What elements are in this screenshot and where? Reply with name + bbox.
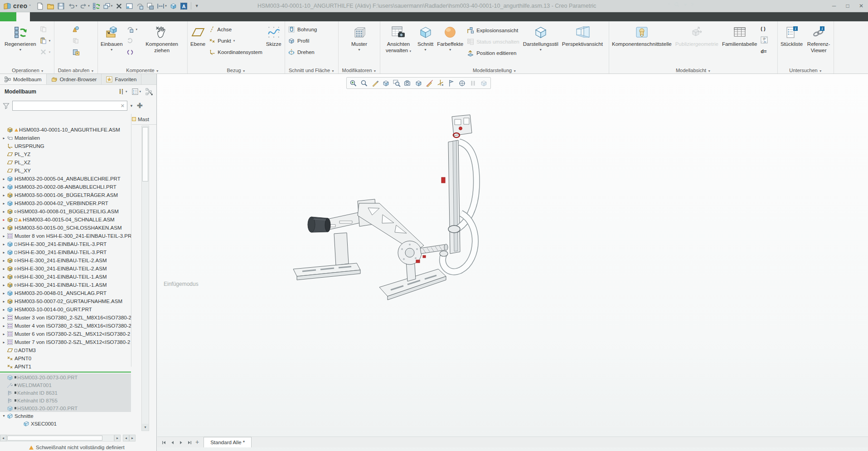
tree-row[interactable]: URSPRUNG [0, 142, 131, 150]
tree-row[interactable]: PL_XZ [0, 158, 131, 167]
window-switch-button[interactable]: ▾ [102, 1, 114, 11]
regenerate-button[interactable] [92, 1, 101, 11]
tree-row[interactable]: ▸ Muster 8 von HSH-E-300_241-EINBAU-TEIL… [0, 232, 131, 240]
group-label[interactable]: Schnitt und Fläche▼ [285, 68, 338, 73]
group-label[interactable]: Modelldarstellung▼ [380, 68, 609, 73]
datum-axis-button[interactable]: Achse [207, 24, 264, 35]
group-label[interactable]: Daten abrufen▼ [54, 68, 97, 73]
tree-row[interactable]: ▸ HSM003-40-0008-01_BÜGEL2TEILIG.ASM [0, 207, 131, 216]
display-style-button[interactable] [413, 78, 424, 88]
tree-row[interactable]: ▸ HSM003-50-0007-02_GURTAUFNAHME.ASM [0, 297, 131, 305]
expand-arrow-icon[interactable]: ▸ [1, 177, 7, 181]
zoom-in-button[interactable] [348, 78, 359, 88]
minimize-button[interactable]: ─ [827, 0, 841, 12]
scroll-left-button[interactable]: ◂ [0, 435, 6, 441]
relations-button[interactable]: d= [759, 45, 770, 57]
extrude-button[interactable]: Profil [286, 35, 319, 46]
dropdown-caret-icon[interactable]: ▾ [76, 4, 78, 8]
tree-row[interactable]: ▸ HSM003-50-0001-06_BÜGELTRÄGER.ASM [0, 191, 131, 199]
expand-arrow-icon[interactable]: ▸ [1, 283, 7, 287]
previous-view-button[interactable] [169, 438, 176, 446]
scrollbar-track[interactable] [6, 435, 114, 441]
ribbon-tab[interactable] [71, 12, 84, 21]
expand-arrow-icon[interactable]: ▸ [1, 316, 7, 320]
measure-button[interactable]: ▾ [156, 1, 168, 11]
ribbon-tab[interactable] [44, 12, 57, 21]
group-label[interactable]: Operationen▼ [2, 68, 54, 73]
save-display-button[interactable] [145, 1, 155, 11]
parameters-button[interactable]: ( ) [759, 23, 770, 34]
expand-arrow-icon[interactable]: ▸ [1, 210, 7, 214]
expand-arrow-icon[interactable]: ▸ [1, 185, 7, 189]
expand-arrow-icon[interactable]: ▸ [1, 201, 7, 206]
repaint-button[interactable] [370, 78, 380, 88]
next-view-button[interactable] [177, 438, 185, 446]
tree-row[interactable]: XSEC0001 [0, 420, 131, 427]
explode-view-button[interactable]: Explosionsansicht [465, 25, 521, 36]
ribbon-tab[interactable] [30, 12, 44, 21]
tree-row[interactable]: ▸ HSH-E-300_241-EINBAU-TEIL-3.PRT [0, 248, 131, 256]
create-component-button[interactable]: ▾ [125, 24, 140, 35]
display-style-button[interactable]: Darstellungsstil▼ [521, 23, 560, 52]
component-interface-button[interactable]: Komponentenschnittstelle [610, 23, 674, 49]
expand-arrow-icon[interactable]: ▸ [1, 242, 7, 246]
open-file-button[interactable] [46, 1, 55, 11]
ribbon-tab[interactable] [112, 12, 125, 21]
tree-vertical-scrollbar[interactable]: ▾ [141, 126, 149, 431]
navigator-tab[interactable]: Ordner-Browser [47, 74, 102, 84]
shading-button[interactable] [381, 78, 391, 88]
annotation-button[interactable] [179, 1, 189, 11]
group-label[interactable]: Modellabsicht▼ [609, 68, 777, 73]
toggle-status-button[interactable]: Status umschalten [465, 36, 521, 47]
tree-search-button[interactable] [144, 87, 155, 97]
shared-data-button[interactable] [71, 46, 82, 58]
publish-geometry-button[interactable]: Publiziergeometrie [674, 23, 720, 49]
tree-row[interactable]: HSM003-40-0001-10_ANGURTHILFE.ASM [0, 126, 131, 134]
scroll-right-button[interactable]: ▸ [114, 435, 121, 441]
close-window-button[interactable] [114, 1, 124, 11]
expand-arrow-icon[interactable]: ▸ [1, 218, 7, 222]
tree-row[interactable]: ▸ HSM003-10-0014-00_GURT.PRT [0, 305, 131, 314]
pattern-button[interactable]: Muster▼ [349, 23, 369, 52]
tree-row[interactable]: ▸ Materialien [0, 134, 131, 142]
maximize-button[interactable]: □ [841, 0, 854, 12]
revolve-button[interactable]: Drehen [286, 46, 319, 58]
view-tab-standard[interactable]: Standard Alle * [204, 437, 252, 447]
datum-point-button[interactable]: Punkt▾ [207, 35, 264, 46]
tree-row[interactable]: Kehlnaht ID 8755 [0, 397, 131, 404]
tree-settings-button[interactable]: ▾ [116, 87, 129, 96]
saved-orientations-button[interactable] [402, 78, 413, 88]
tree-row[interactable]: ▸ HSM003-40-0015-04_SCHNALLE.ASM [0, 216, 131, 224]
expand-arrow-icon[interactable]: ▸ [1, 234, 7, 238]
datum-filter-button[interactable] [435, 78, 446, 88]
zoom-fit-button[interactable] [392, 78, 402, 88]
tree-row[interactable]: PL_XY [0, 167, 131, 175]
ribbon-tab[interactable] [84, 12, 98, 21]
search-icon[interactable] [674, 2, 680, 8]
expand-arrow-icon[interactable]: ▸ [1, 226, 7, 230]
assemble-button[interactable]: Einbauen▼ [99, 23, 125, 52]
expand-arrow-icon[interactable]: ▸ [1, 193, 7, 197]
datum-csys-button[interactable]: Koordinatensystem [207, 46, 264, 58]
package-regenerate-button[interactable] [125, 35, 140, 46]
reference-viewer-button[interactable]: i Referenz-Viewer [805, 23, 833, 54]
filter-clear-icon[interactable]: ✕ [118, 103, 127, 109]
tree-horizontal-scrollbar[interactable]: ◂ ▸ ◂ ▸ [0, 434, 150, 442]
tree-row[interactable]: ▸ Muster 6 von ISO7380-2-SZL_M5X12<ISO73… [0, 330, 131, 338]
last-view-button[interactable] [186, 438, 194, 446]
tree-row[interactable]: ▸ HSH-E-300_241-EINBAU-TEIL-2.ASM [0, 265, 131, 273]
section-button[interactable]: Schnitt▼ [416, 23, 435, 52]
sketch-button[interactable]: Skizze [264, 23, 283, 49]
tree-row[interactable]: ▸ HSM003-20-0048-01_ANSCHLAG.PRT [0, 289, 131, 297]
tree-row[interactable]: ▸ HSM003-20-0002-08-ANBAUBLECHLI.PRT [0, 183, 131, 191]
tree-row[interactable]: WELDMAT001 [0, 381, 131, 389]
tree-row[interactable]: ▸ HSH-E-300_241-EINBAU-TEIL-2.ASM [0, 256, 131, 265]
group-label[interactable]: Untersuchen▼ [778, 68, 834, 73]
expand-arrow-icon[interactable]: ▸ [1, 136, 7, 140]
close-button[interactable]: ✕ [854, 0, 868, 12]
dropdown-caret-icon[interactable]: ▾ [165, 4, 167, 8]
group-label[interactable]: Modifikatoren▼ [339, 68, 380, 73]
group-label[interactable]: Bezug▼ [188, 68, 285, 73]
help-button[interactable]: ? [691, 2, 693, 7]
ribbon-tab[interactable] [0, 12, 16, 21]
